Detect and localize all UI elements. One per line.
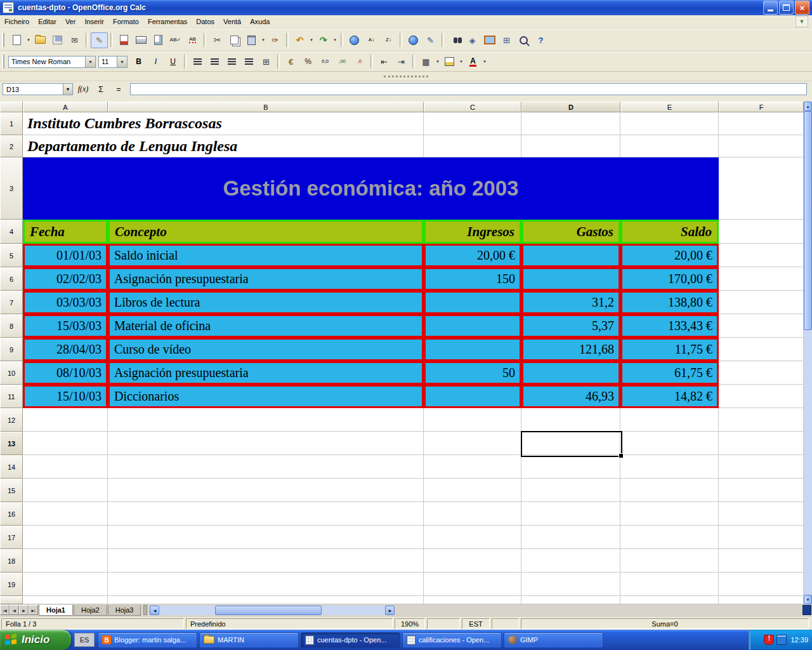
column-header-f[interactable]: F (719, 102, 804, 112)
empty-cell[interactable] (521, 135, 620, 157)
empty-cell[interactable] (23, 526, 108, 549)
currency-format-button[interactable]: € (282, 54, 299, 70)
scroll-left-icon[interactable]: ◀ (150, 606, 159, 615)
taskbar-task-martin[interactable]: MARTIN (199, 632, 299, 648)
new-document-dropdown-icon[interactable]: ▾ (25, 33, 32, 48)
empty-cell[interactable] (719, 455, 804, 479)
open-button[interactable] (32, 32, 49, 48)
data-cell[interactable]: 170,00 € (620, 267, 719, 291)
empty-cell[interactable] (620, 479, 719, 502)
percent-format-button[interactable]: % (299, 54, 317, 70)
first-sheet-button[interactable]: |◀ (0, 605, 10, 615)
menu-item-venta[interactable]: Ventá (219, 15, 246, 28)
language-indicator[interactable]: ES (74, 633, 95, 647)
data-cell[interactable]: 15/10/03 (23, 385, 108, 408)
spellcheck-button[interactable]: AB✓ (167, 32, 184, 48)
empty-cell[interactable] (719, 479, 804, 502)
row-header-8[interactable]: 8 (0, 314, 23, 338)
data-cell[interactable] (521, 267, 620, 291)
data-cell[interactable]: Saldo inicial (108, 244, 424, 267)
empty-cell[interactable] (719, 112, 804, 135)
empty-cell[interactable] (424, 526, 521, 549)
function-wizard-button[interactable]: f(x) (75, 83, 91, 95)
empty-cell[interactable] (424, 135, 521, 157)
minimize-button[interactable] (763, 1, 778, 15)
dock-handle[interactable] (384, 76, 428, 77)
data-cell[interactable]: Diccionarios (108, 385, 424, 408)
status-insert-mode[interactable] (427, 618, 460, 629)
empty-cell[interactable] (719, 385, 804, 408)
scroll-up-icon[interactable]: ▲ (804, 102, 812, 111)
empty-cell[interactable] (620, 573, 719, 596)
empty-cell[interactable] (108, 596, 424, 604)
formula-input[interactable] (130, 83, 807, 95)
empty-cell[interactable] (108, 573, 424, 596)
equals-button[interactable]: = (111, 83, 126, 95)
borders-button[interactable]: ▦ (417, 54, 435, 70)
data-cell[interactable] (521, 244, 620, 267)
empty-cell[interactable] (719, 244, 804, 267)
taskbar-task-blogger-martin-salga[interactable]: BBlogger: martin salga... (98, 632, 197, 648)
empty-cell[interactable] (719, 157, 804, 220)
empty-cell[interactable] (108, 408, 424, 432)
empty-cell[interactable] (23, 502, 108, 526)
banner-cell[interactable]: Gestión económica: año 2003 (23, 157, 719, 220)
column-header-b[interactable]: B (108, 102, 424, 112)
underline-button[interactable]: U (164, 54, 181, 70)
font-color-dropdown-icon[interactable]: ▾ (481, 55, 488, 69)
empty-cell[interactable] (108, 455, 424, 479)
merge-cells-button[interactable]: ⊞ (258, 54, 275, 70)
empty-cell[interactable] (424, 432, 521, 455)
network-icon[interactable] (776, 635, 787, 645)
font-color-button[interactable]: A (464, 54, 481, 70)
background-color-dropdown-icon[interactable]: ▾ (458, 55, 464, 69)
data-cell[interactable]: 20,00 € (424, 244, 521, 267)
draw-functions-button[interactable]: ✎ (422, 32, 439, 48)
empty-cell[interactable] (108, 432, 424, 455)
empty-cell[interactable] (521, 573, 620, 596)
data-cell[interactable]: 15/03/03 (23, 314, 108, 338)
font-name-dropdown-icon[interactable]: ▼ (85, 56, 95, 67)
empty-cell[interactable] (719, 291, 804, 314)
horizontal-scrollbar[interactable]: ◀ ▶ (150, 605, 395, 615)
empty-cell[interactable] (620, 596, 719, 604)
row-header-7[interactable]: 7 (0, 291, 23, 314)
menu-item-editar[interactable]: Editar (34, 15, 61, 28)
empty-cell[interactable] (521, 596, 620, 604)
zoom-button[interactable] (515, 32, 532, 48)
table-header-fecha[interactable]: Fecha (23, 220, 108, 244)
empty-cell[interactable] (521, 502, 620, 526)
menu-item-ver[interactable]: Ver (61, 15, 81, 28)
delete-decimal-button[interactable]: ,0 (351, 54, 368, 70)
data-cell[interactable]: 138,80 € (620, 291, 719, 314)
hyperlink-button[interactable] (346, 32, 363, 48)
empty-cell[interactable] (23, 455, 108, 479)
row-header-2[interactable]: 2 (0, 135, 23, 157)
decrease-indent-button[interactable]: ⇤ (376, 54, 393, 70)
new-document-button[interactable] (8, 32, 25, 48)
row-header-9[interactable]: 9 (0, 338, 23, 361)
empty-cell[interactable] (424, 596, 521, 604)
data-cell[interactable]: 150 (424, 267, 521, 291)
row-header-18[interactable]: 18 (0, 549, 23, 573)
next-sheet-button[interactable]: ▶ (19, 605, 29, 615)
sheet-tab-hoja3[interactable]: Hoja3 (108, 605, 141, 616)
row-header-4[interactable]: 4 (0, 220, 23, 244)
formatting-toolbar-grip[interactable] (2, 55, 6, 69)
edit-file-button[interactable]: ✎ (91, 32, 108, 48)
data-cell[interactable]: Libros de lectura (108, 291, 424, 314)
copy-button[interactable] (226, 32, 243, 48)
close-button[interactable]: × (795, 1, 809, 15)
font-size-combo[interactable]: 11 ▼ (98, 56, 128, 68)
row-header-1[interactable]: 1 (0, 112, 23, 135)
data-cell[interactable]: 28/04/03 (23, 338, 108, 361)
row-header-11[interactable]: 11 (0, 385, 23, 408)
vertical-scroll-track[interactable] (804, 111, 812, 595)
empty-cell[interactable] (620, 432, 719, 455)
paste-button[interactable] (243, 32, 260, 48)
data-cell[interactable]: 61,75 € (620, 361, 719, 385)
scroll-right-icon[interactable]: ▶ (385, 606, 395, 615)
empty-cell[interactable] (719, 596, 804, 604)
status-zoom[interactable]: 190% (395, 618, 425, 629)
empty-cell[interactable] (424, 479, 521, 502)
